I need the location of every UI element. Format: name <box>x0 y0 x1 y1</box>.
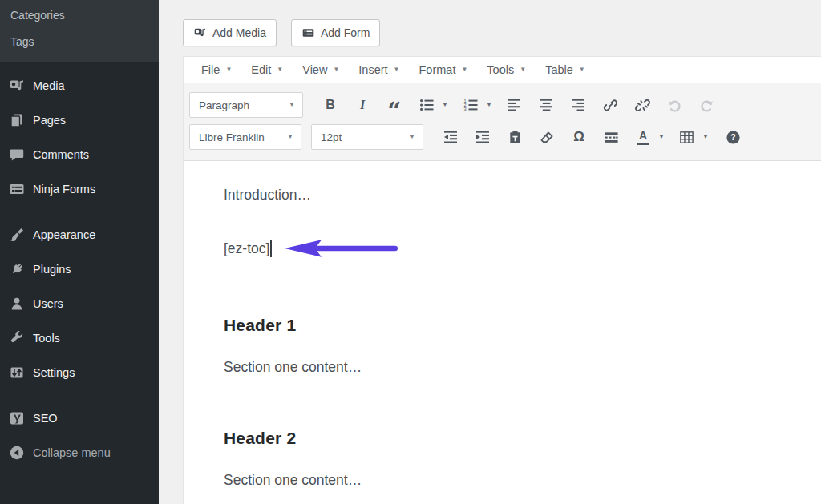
sidebar-item-ninja-forms[interactable]: Ninja Forms <box>0 171 159 206</box>
sidebar-item-collapse-menu[interactable]: Collapse menu <box>0 435 159 470</box>
insert-link-button[interactable] <box>599 93 623 117</box>
add-form-icon <box>301 26 315 39</box>
sidebar-item-comments[interactable]: Comments <box>0 137 159 171</box>
sidebar-item-label: Appearance <box>33 228 95 241</box>
chevron-down-icon: ▼ <box>409 134 415 140</box>
read-more-button[interactable] <box>599 125 623 149</box>
sidebar-item-pages[interactable]: Pages <box>0 103 159 137</box>
chevron-down-icon: ▼ <box>394 67 400 73</box>
sidebar-item-tools[interactable]: Tools <box>0 321 159 355</box>
sidebar-item-label: Settings <box>33 366 75 379</box>
sidebar-item-users[interactable]: Users <box>0 286 159 321</box>
sidebar-item-media[interactable]: Media <box>0 68 159 103</box>
bold-button[interactable]: B <box>318 93 342 117</box>
intro-paragraph: Introduction… <box>224 187 789 204</box>
add-media-icon <box>193 26 207 39</box>
pages-icon <box>8 111 25 128</box>
media-icon <box>8 77 25 94</box>
toolbar-row-1: Paragraph ▼ B I “ ▼ 123 <box>189 89 815 121</box>
align-center-button[interactable] <box>535 93 559 117</box>
menu-format[interactable]: Format▼ <box>410 57 478 83</box>
font-size-select[interactable]: 12pt ▼ <box>311 124 423 150</box>
chevron-down-icon: ▼ <box>277 67 283 73</box>
paragraph-format-select[interactable]: Paragraph ▼ <box>189 92 303 118</box>
remove-format-button[interactable] <box>535 125 559 149</box>
sidebar-item-label: Comments <box>33 148 89 161</box>
menu-table[interactable]: Table▼ <box>536 57 595 83</box>
menu-insert[interactable]: Insert▼ <box>349 57 409 83</box>
align-right-button[interactable] <box>567 93 591 117</box>
sidebar-item-label: Tools <box>33 332 60 345</box>
add-form-button[interactable]: Add Form <box>291 19 380 46</box>
tools-icon <box>8 329 25 346</box>
chevron-down-icon: ▼ <box>702 134 709 140</box>
header-2: Header 2 <box>224 429 789 448</box>
sidebar-item-label: Users <box>33 297 63 310</box>
annotation-arrow <box>283 237 400 260</box>
help-button[interactable]: ? <box>722 125 746 149</box>
sidebar-item-label: SEO <box>33 412 58 425</box>
outdent-button[interactable] <box>439 125 463 149</box>
comments-icon <box>8 146 25 163</box>
chevron-down-icon: ▼ <box>486 102 492 108</box>
paste-as-text-button[interactable] <box>503 125 527 149</box>
indent-button[interactable] <box>471 125 495 149</box>
sidebar-item-label: Ninja Forms <box>33 183 95 196</box>
editor-content-area[interactable]: Introduction… [ez-toc] Header 1 Section … <box>184 161 821 504</box>
chevron-down-icon: ▼ <box>520 67 526 73</box>
add-form-label: Add Form <box>321 26 370 39</box>
bullet-list-split-button[interactable]: ▼ <box>415 93 451 117</box>
sidebar-item-tags[interactable]: Tags <box>0 28 159 54</box>
text-color-split-button[interactable]: A ▼ <box>631 125 667 149</box>
special-character-button[interactable]: Ω <box>567 125 591 149</box>
menu-view[interactable]: View▼ <box>293 57 349 83</box>
sidebar-item-label: Media <box>33 79 65 92</box>
section-1-paragraph: Section one content… <box>224 359 789 376</box>
sidebar-item-settings[interactable]: Settings <box>0 355 159 389</box>
numbered-list-icon: 123 <box>459 93 483 117</box>
plugins-icon <box>8 260 25 277</box>
chevron-down-icon: ▼ <box>225 67 232 73</box>
chevron-down-icon: ▼ <box>658 134 665 140</box>
shortcode-line: [ez-toc] <box>224 237 789 260</box>
media-button-row: Add Media Add Form <box>183 19 821 46</box>
align-left-button[interactable] <box>503 93 527 117</box>
add-media-button[interactable]: Add Media <box>183 19 277 46</box>
editor-toolbars: Paragraph ▼ B I “ ▼ 123 <box>184 83 821 161</box>
sidebar-item-label: Tags <box>10 35 34 48</box>
header-1: Header 1 <box>224 316 789 335</box>
blockquote-button[interactable]: “ <box>382 99 406 123</box>
tinymce-editor: File▼ Edit▼ View▼ Insert▼ Format▼ Tools▼… <box>183 56 821 504</box>
seo-icon <box>8 409 25 426</box>
sidebar-item-label: Pages <box>33 114 66 127</box>
sidebar-item-appearance[interactable]: Appearance <box>0 217 159 252</box>
redo-button[interactable] <box>695 93 719 117</box>
undo-button[interactable] <box>663 93 687 117</box>
sidebar-item-plugins[interactable]: Plugins <box>0 252 159 286</box>
chevron-down-icon: ▼ <box>442 102 448 108</box>
menu-edit[interactable]: Edit▼ <box>241 57 293 83</box>
editor-column: Add Media Add Form File▼ Edit▼ View▼ Ins… <box>159 0 821 504</box>
chevron-down-icon: ▼ <box>333 67 339 73</box>
ninja-forms-icon <box>8 180 25 197</box>
table-split-button[interactable]: ▼ <box>675 125 711 149</box>
wordpress-admin: Categories Tags Media Pages <box>0 0 821 504</box>
sidebar-item-label: Categories <box>10 9 65 22</box>
remove-link-button[interactable] <box>631 93 655 117</box>
menu-file[interactable]: File▼ <box>192 57 241 83</box>
editor-menubar: File▼ Edit▼ View▼ Insert▼ Format▼ Tools▼… <box>184 57 821 83</box>
sidebar-item-label: Collapse menu <box>33 446 111 459</box>
collapse-icon <box>8 444 25 461</box>
numbered-list-split-button[interactable]: 123 ▼ <box>459 93 495 117</box>
chevron-down-icon: ▼ <box>579 67 585 73</box>
menu-tools[interactable]: Tools▼ <box>477 57 536 83</box>
sidebar-item-categories[interactable]: Categories <box>0 2 159 28</box>
font-family-select[interactable]: Libre Franklin ▼ <box>189 124 301 150</box>
ez-toc-shortcode: [ez-toc] <box>224 240 269 257</box>
settings-icon <box>8 364 25 381</box>
sidebar-item-seo[interactable]: SEO <box>0 401 159 435</box>
toolbar-row-2: Libre Franklin ▼ 12pt ▼ <box>189 121 815 153</box>
add-media-label: Add Media <box>212 26 266 39</box>
italic-button[interactable]: I <box>350 93 374 117</box>
admin-sidebar: Categories Tags Media Pages <box>0 0 159 504</box>
